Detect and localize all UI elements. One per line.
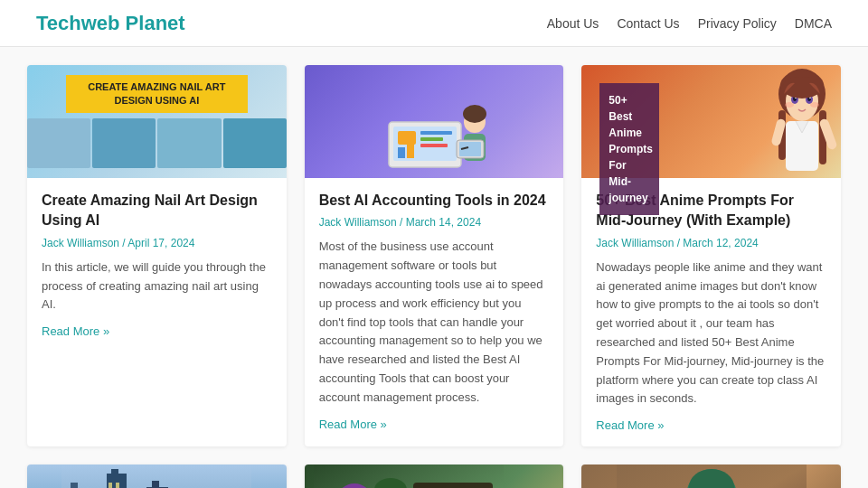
card-city-image: [27, 465, 287, 488]
card-stable-diffusion: 10 BEST STABLE DIFFUSION MODELS: [305, 465, 564, 488]
main-content: Create Amazing Nail Art Design Using AI …: [0, 47, 868, 488]
nav-contact[interactable]: Contact Us: [617, 16, 679, 31]
svg-point-24: [785, 102, 794, 108]
card-anime-meta: Jack Williamson / March 12, 2024: [596, 237, 826, 249]
nav-dmca[interactable]: DMCA: [795, 16, 832, 31]
svg-rect-32: [71, 483, 78, 488]
anime-girl-svg: [764, 65, 841, 178]
nav-privacy[interactable]: Privacy Policy: [698, 16, 777, 31]
nail-thumb-3: [157, 118, 221, 168]
svg-rect-5: [420, 144, 448, 147]
card-accounting-meta: Jack Williamson / March 14, 2024: [319, 216, 550, 229]
card-anime: 50+ Best Anime Prompts For Mid-journey: [581, 65, 841, 446]
person-svg: [617, 465, 807, 488]
svg-point-12: [463, 105, 486, 123]
sd-svg: 10 BEST STABLE DIFFUSION MODELS: [314, 465, 504, 488]
main-nav: About Us Contact Us Privacy Policy DMCA: [547, 16, 832, 31]
card-accounting: Best AI Accounting Tools in 2024 Jack Wi…: [305, 65, 564, 446]
card-accounting-readmore[interactable]: Read More »: [319, 418, 387, 431]
nail-thumb-2: [92, 118, 156, 168]
nav-about[interactable]: About Us: [547, 16, 599, 31]
svg-rect-7: [407, 143, 414, 158]
card-city: [27, 465, 287, 488]
card-nail-art-readmore[interactable]: Read More »: [42, 324, 109, 338]
card-grid-row2: 10 BEST STABLE DIFFUSION MODELS: [27, 465, 841, 488]
accounting-svg: [371, 72, 497, 172]
card-sd-image: 10 BEST STABLE DIFFUSION MODELS: [305, 465, 564, 488]
svg-rect-62: [413, 483, 493, 488]
card-accounting-image: [305, 65, 564, 178]
nail-thumb-4: [223, 118, 287, 168]
anime-text-box: 50+ Best Anime Prompts For Mid-journey: [599, 83, 659, 215]
svg-rect-45: [116, 483, 119, 488]
svg-point-25: [810, 102, 819, 108]
card-anime-excerpt: Nowadays people like anime and they want…: [596, 258, 826, 408]
card-anime-image: 50+ Best Anime Prompts For Mid-journey: [581, 65, 841, 178]
svg-rect-44: [108, 483, 112, 488]
card-accounting-title: Best AI Accounting Tools in 2024: [319, 191, 550, 211]
nail-thumb-1: [27, 118, 90, 168]
svg-rect-38: [152, 481, 159, 488]
nail-art-banner: Create Amazing Nail Art Design Using AI: [66, 75, 248, 114]
svg-rect-6: [398, 147, 405, 158]
card-grid-row1: Create Amazing Nail Art Design Using AI …: [27, 65, 841, 446]
site-logo[interactable]: Techweb Planet: [36, 12, 185, 35]
card-anime-readmore[interactable]: Read More »: [596, 418, 664, 432]
svg-rect-35: [111, 469, 118, 478]
card-accounting-body: Best AI Accounting Tools in 2024 Jack Wi…: [305, 178, 564, 446]
card-nail-art-image: Create Amazing Nail Art Design Using AI: [27, 65, 287, 178]
card-accounting-excerpt: Most of the business use account managem…: [319, 238, 550, 407]
card-nail-art-excerpt: In this article, we will guide you throu…: [42, 258, 272, 314]
svg-rect-3: [420, 131, 452, 135]
card-person-image: [581, 465, 841, 488]
site-header: Techweb Planet About Us Contact Us Priva…: [0, 0, 868, 47]
city-svg: [61, 465, 251, 488]
svg-rect-4: [420, 137, 443, 141]
card-person: [581, 465, 841, 488]
svg-rect-2: [398, 131, 416, 145]
nail-art-photos: [27, 118, 287, 168]
card-nail-art-meta: Jack Williamson / April 17, 2024: [42, 237, 272, 249]
card-nail-art-title: Create Amazing Nail Art Design Using AI: [42, 191, 272, 231]
card-nail-art: Create Amazing Nail Art Design Using AI …: [27, 65, 287, 446]
card-nail-art-body: Create Amazing Nail Art Design Using AI …: [27, 178, 287, 352]
